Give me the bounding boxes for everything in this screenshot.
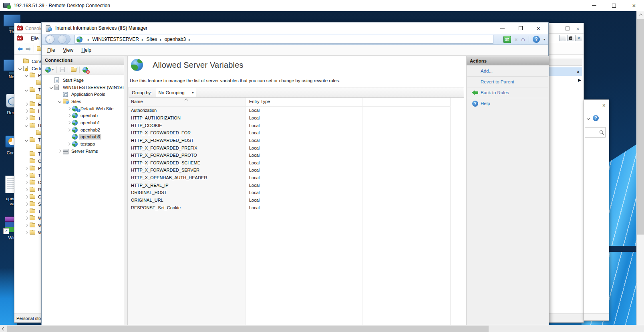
table-row-http-x-openhab-auth-header[interactable]: HTTP_X_OPENHAB_AUTH_HEADERLocal xyxy=(128,174,466,182)
tree-item-openhab1[interactable]: openhab1 xyxy=(42,119,123,126)
help-icon[interactable] xyxy=(533,36,540,43)
close-icon[interactable]: × xyxy=(602,102,606,109)
table-row-http-authorization[interactable]: HTTP_AUTHORIZATIONLocal xyxy=(128,114,466,122)
tree-item-application-pools[interactable]: Application Pools xyxy=(42,91,123,98)
column-header-entry-type[interactable]: Entry Type xyxy=(249,99,270,104)
menu-help[interactable]: Help xyxy=(81,47,91,53)
table-row-original-url[interactable]: ORIGINAL_URLLocal xyxy=(128,196,466,204)
table-row-http-x-forwarded-server[interactable]: HTTP_X_FORWARDED_SERVERLocal xyxy=(128,166,466,174)
action-back-to-rules[interactable]: Back to Rules xyxy=(467,87,549,98)
child-minimize-icon[interactable]: _ xyxy=(559,35,566,41)
tree-item-sites[interactable]: Sites xyxy=(42,98,123,105)
expand-icon[interactable] xyxy=(23,210,30,213)
table-row-http-x-real-ip[interactable]: HTTP_X_REAL_IPLocal xyxy=(128,181,466,189)
table-row-http-cookie[interactable]: HTTP_COOKIELocal xyxy=(128,121,466,129)
search-input[interactable] xyxy=(585,127,606,138)
action-revert-to-parent[interactable]: Revert to Parent xyxy=(467,77,549,87)
menu-file[interactable]: File xyxy=(47,47,55,53)
expand-icon[interactable] xyxy=(66,114,72,117)
expand-icon[interactable] xyxy=(66,129,72,131)
tree-item-openhab[interactable]: openhab xyxy=(42,112,123,119)
minimize-button[interactable] xyxy=(493,22,511,34)
collapse-icon[interactable] xyxy=(48,86,54,89)
refresh-icon[interactable] xyxy=(503,36,511,43)
breadcrumb-item-win19testserver[interactable]: WIN19TESTSERVER xyxy=(93,36,139,42)
column-header-name[interactable]: Name xyxy=(131,99,143,104)
tree-item-win19testserver-win19te[interactable]: WIN19TESTSERVER (WIN19TE xyxy=(42,84,123,91)
action-help[interactable]: Help xyxy=(467,98,549,109)
vertical-scroll-thumb[interactable] xyxy=(637,19,644,235)
expand-icon[interactable] xyxy=(23,188,30,191)
table-row-original-host[interactable]: ORIGINAL_HOSTLocal xyxy=(128,189,466,196)
tree-item-testapp[interactable]: testapp xyxy=(42,140,123,148)
expand-icon[interactable] xyxy=(23,203,30,205)
panel-splitter[interactable] xyxy=(124,56,128,325)
child-restore-icon[interactable] xyxy=(567,35,574,41)
collapse-icon[interactable] xyxy=(23,74,30,77)
expand-icon[interactable] xyxy=(66,121,72,124)
child-close-icon[interactable]: × xyxy=(575,35,582,41)
table-row-http-x-forwarded-scheme[interactable]: HTTP_X_FORWARDED_SCHEMELocal xyxy=(128,159,466,166)
create-connection-icon[interactable]: ▾ xyxy=(45,67,54,73)
tree-item-start-page[interactable]: Start Page xyxy=(42,77,123,84)
close-button[interactable]: × xyxy=(624,0,644,11)
close-button[interactable]: × xyxy=(529,22,547,34)
maximize-button[interactable] xyxy=(604,0,624,11)
group-by-dropdown[interactable]: No Grouping ▾ xyxy=(156,88,196,97)
tree-item-openhab3[interactable]: openhab3 xyxy=(42,134,123,141)
scroll-left-icon[interactable] xyxy=(0,325,7,332)
home-icon[interactable]: ⌂ xyxy=(521,36,525,43)
minimize-button[interactable] xyxy=(584,0,604,11)
collapse-icon[interactable] xyxy=(23,139,30,141)
rdp-horizontal-scrollbar[interactable] xyxy=(0,325,644,332)
tree-item-server-farms[interactable]: Server Farms xyxy=(42,148,123,155)
forward-icon[interactable]: ⇨ xyxy=(26,45,31,53)
maximize-button[interactable] xyxy=(511,22,529,34)
scroll-up-icon[interactable] xyxy=(637,11,644,19)
expand-icon[interactable] xyxy=(23,181,30,184)
expand-icon[interactable] xyxy=(23,231,30,234)
table-row-response-set-cookie[interactable]: RESPONSE_Set_CookieLocal xyxy=(128,204,466,211)
expand-icon[interactable] xyxy=(23,117,30,119)
breadcrumb-item-sites[interactable]: Sites xyxy=(147,36,157,42)
back-button[interactable]: ← xyxy=(46,35,54,44)
expand-icon[interactable] xyxy=(23,196,30,198)
back-icon[interactable]: ⇦ xyxy=(18,45,23,53)
expand-icon[interactable] xyxy=(23,167,30,170)
go-up-icon[interactable]: ↑ xyxy=(71,68,76,72)
forward-button[interactable]: → xyxy=(58,35,66,44)
menu-view[interactable]: View xyxy=(63,47,73,53)
disconnect-icon[interactable]: × xyxy=(83,67,88,73)
expand-icon[interactable] xyxy=(23,174,30,177)
expand-icon[interactable] xyxy=(66,143,72,145)
table-row-http-x-forwarded-proto[interactable]: HTTP_X_FORWARDED_PROTOLocal xyxy=(128,152,466,159)
rdp-vertical-scrollbar[interactable] xyxy=(636,11,644,325)
tree-item-default-web-site[interactable]: ?Default Web Site xyxy=(42,105,123,112)
expand-icon[interactable] xyxy=(23,110,30,112)
collapse-icon[interactable] xyxy=(23,89,30,91)
expand-icon[interactable] xyxy=(23,217,30,219)
mmc-menu-file[interactable]: File xyxy=(31,36,38,41)
expand-right-icon[interactable]: ▶ xyxy=(578,78,581,82)
tree-item-openhab2[interactable]: openhab2 xyxy=(42,126,123,134)
expand-icon[interactable] xyxy=(23,224,30,227)
chevron-down-icon[interactable] xyxy=(587,116,590,119)
breadcrumb-item-openhab3[interactable]: openhab3 xyxy=(165,36,186,42)
table-row-http-x-forwarded-for[interactable]: HTTP_X_FORWARDED_FORLocal xyxy=(128,129,466,137)
collapse-icon[interactable] xyxy=(17,67,23,70)
collapse-icon[interactable] xyxy=(23,124,30,127)
horizontal-scroll-thumb[interactable] xyxy=(7,326,489,332)
save-connections-icon[interactable] xyxy=(60,67,65,72)
expand-icon[interactable] xyxy=(56,150,63,152)
help-dropdown-icon[interactable]: ▾ xyxy=(543,38,545,41)
close-icon[interactable]: × xyxy=(576,26,580,32)
action-add[interactable]: Add... xyxy=(467,66,549,76)
maximize-icon[interactable] xyxy=(566,26,570,30)
expand-icon[interactable] xyxy=(23,103,30,105)
expand-icon[interactable] xyxy=(66,107,72,110)
collapse-icon[interactable] xyxy=(56,100,63,103)
help-icon[interactable] xyxy=(593,115,599,121)
stop-icon[interactable]: × xyxy=(515,36,518,43)
table-row-http-x-forwarded-host[interactable]: HTTP_X_FORWARDED_HOSTLocal xyxy=(128,137,466,144)
table-row-http-x-forwarded-prefix[interactable]: HTTP_X_FORWARDED_PREFIXLocal xyxy=(128,144,466,152)
